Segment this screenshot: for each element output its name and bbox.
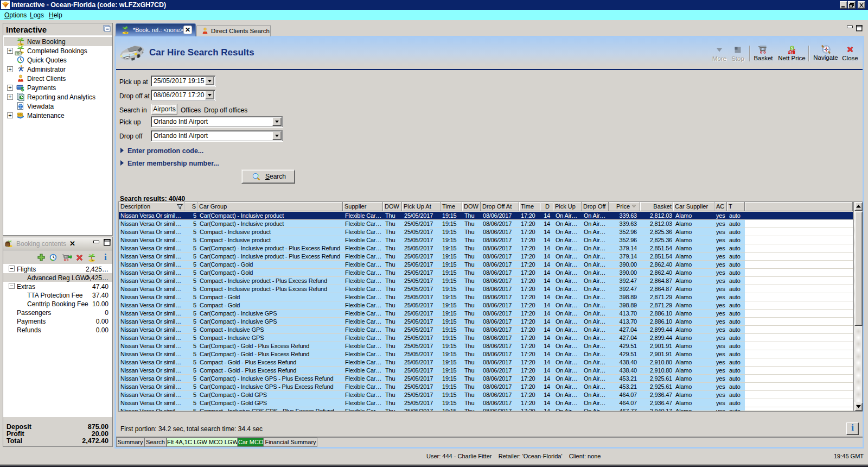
svg-text:$: $ bbox=[21, 86, 24, 92]
